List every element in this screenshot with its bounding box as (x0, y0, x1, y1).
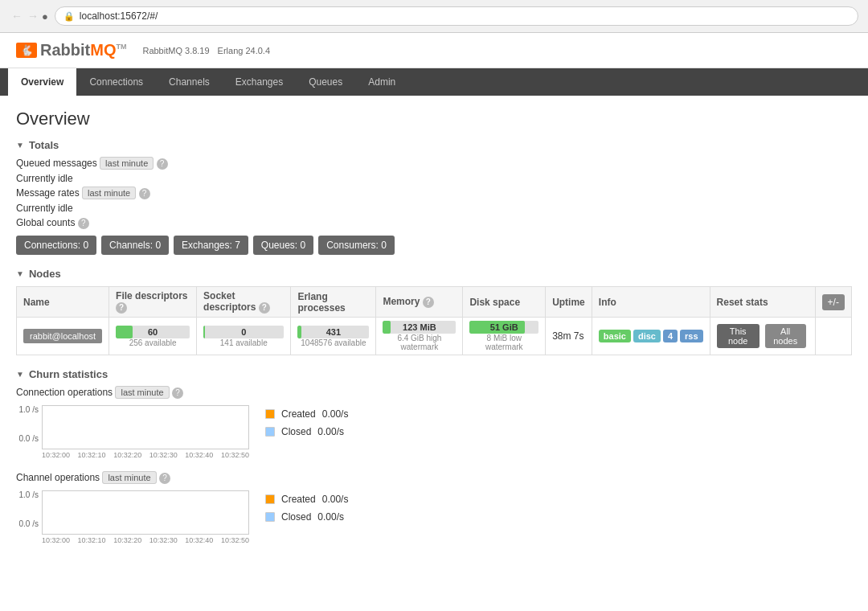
channel-ops-badge[interactable]: last minute (102, 471, 156, 484)
reload-button[interactable]: ● (42, 10, 48, 23)
queued-badge[interactable]: last minute (100, 157, 154, 170)
memory-help[interactable]: ? (423, 297, 434, 308)
exchanges-count[interactable]: Exchanges: 7 (174, 236, 248, 255)
col-disk: Disk space (463, 287, 546, 318)
global-counts-row: Global counts ? (16, 217, 852, 229)
memory-sub: 6.4 GiB high watermark (383, 334, 456, 351)
file-desc-val: 60 (116, 326, 190, 338)
connection-ops-help[interactable]: ? (172, 388, 183, 399)
rabbitmq-version: RabbitMQ 3.8.19 (142, 46, 209, 55)
message-rates-help[interactable]: ? (139, 188, 150, 199)
currently-idle-1-row: Currently idle (16, 173, 852, 184)
channel-chart-area: 1.0 /s 0.0 /s 10:32:00 10:32:10 10:32:20… (16, 490, 249, 544)
churn-title: Churn statistics (29, 368, 108, 380)
socket-desc-sub: 141 available (203, 338, 284, 347)
queued-help[interactable]: ? (157, 158, 168, 170)
info-badges: basic disc 4 rss (599, 330, 703, 342)
connection-ops-badge[interactable]: last minute (115, 386, 169, 399)
this-node-button[interactable]: This node (717, 324, 760, 348)
created-label-2: Created (281, 494, 316, 505)
node-name-cell: rabbit@localhost (17, 318, 109, 355)
erlang-proc-cell: 431 1048576 available (291, 318, 376, 355)
connection-ops-label: Connection operations (16, 387, 113, 398)
message-rates-badge[interactable]: last minute (82, 187, 136, 199)
connection-svg-wrap (42, 405, 249, 449)
col-reset: Reset stats (710, 287, 815, 318)
memory-val: 123 MiB (383, 321, 456, 334)
channel-ops-label: Channel operations (16, 472, 100, 483)
created-box-2 (265, 494, 275, 504)
disk-sub: 8 MiB low watermark (469, 334, 538, 351)
churn-header[interactable]: ▼ Churn statistics (16, 368, 852, 380)
erlang-sub: 1048576 available (297, 338, 369, 347)
main-content: Overview ▼ Totals Queued messages last m… (0, 96, 868, 570)
back-button[interactable]: ← (10, 10, 24, 23)
info-cell: basic disc 4 rss (592, 318, 710, 355)
currently-idle-2: Currently idle (16, 203, 73, 214)
reset-stats-buttons: This node All nodes (717, 324, 809, 348)
tab-overview[interactable]: Overview (8, 68, 76, 96)
consumers-count[interactable]: Consumers: 0 (318, 236, 395, 255)
disk-val: 51 GiB (469, 321, 538, 334)
connection-chart-container: 1.0 /s 0.0 /s 10:32:00 10:32:10 10:32:20… (16, 405, 852, 459)
table-row: rabbit@localhost 60 256 available 0 (17, 318, 852, 355)
all-nodes-button[interactable]: All nodes (765, 324, 806, 348)
socket-desc-help[interactable]: ? (259, 302, 270, 314)
legend-closed-2: Closed 0.00/s (265, 511, 348, 523)
channel-chart-svg (42, 490, 249, 535)
x-label-c2: 10:32:10 (78, 536, 106, 544)
connection-chart-area: 1.0 /s 0.0 /s 10:32:00 10:32:10 10:32:20… (16, 405, 249, 459)
badge-disc[interactable]: disc (633, 330, 661, 342)
churn-section: ▼ Churn statistics Connection operations… (16, 368, 852, 544)
channel-ops-help[interactable]: ? (159, 473, 170, 484)
col-file-desc: File descriptors ? (109, 287, 197, 318)
queues-count[interactable]: Queues: 0 (253, 236, 313, 255)
badge-rss[interactable]: rss (680, 330, 703, 342)
connections-count[interactable]: Connections: 0 (16, 236, 96, 255)
x-label-c6: 10:32:50 (221, 536, 249, 544)
col-erlang-proc: Erlang processes (291, 287, 376, 318)
totals-header[interactable]: ▼ Totals (16, 139, 852, 151)
col-info: Info (592, 287, 710, 318)
channels-count[interactable]: Channels: 0 (101, 236, 169, 255)
badge-num[interactable]: 4 (663, 330, 678, 342)
disk-cell: 51 GiB 8 MiB low watermark (463, 318, 546, 355)
closed-value-1: 0.00/s (317, 426, 344, 437)
tab-channels[interactable]: Channels (156, 68, 223, 96)
tab-queues[interactable]: Queues (296, 68, 355, 96)
logo: 🐇 RabbitMQTM (16, 41, 126, 59)
closed-value-2: 0.00/s (317, 511, 344, 523)
plus-minus-button[interactable]: +/- (822, 294, 845, 310)
global-counts-help[interactable]: ? (78, 218, 89, 229)
x-label-c4: 10:32:30 (149, 536, 178, 544)
currently-idle-1: Currently idle (16, 173, 73, 184)
badge-basic[interactable]: basic (599, 330, 631, 342)
y-min-2: 0.0 /s (16, 519, 39, 528)
count-buttons: Connections: 0 Channels: 0 Exchanges: 7 … (16, 236, 852, 255)
lock-icon: 🔒 (63, 11, 75, 22)
currently-idle-2-row: Currently idle (16, 203, 852, 214)
x-label-4: 10:32:30 (149, 451, 178, 459)
nodes-arrow: ▼ (16, 269, 24, 278)
reset-stats-cell: This node All nodes (710, 318, 815, 355)
file-desc-help[interactable]: ? (116, 302, 127, 314)
forward-button[interactable]: → (26, 10, 40, 23)
tab-connections[interactable]: Connections (76, 68, 156, 96)
socket-desc-val: 0 (203, 326, 284, 338)
created-box-1 (265, 409, 275, 419)
version-info: RabbitMQ 3.8.19 Erlang 24.0.4 (142, 46, 270, 55)
erlang-version: Erlang 24.0.4 (218, 46, 270, 55)
created-label-1: Created (281, 408, 316, 420)
x-label-6: 10:32:50 (221, 451, 249, 459)
tab-exchanges[interactable]: Exchanges (223, 68, 296, 96)
nav-arrows[interactable]: ← → ● (10, 10, 48, 23)
nodes-header[interactable]: ▼ Nodes (16, 268, 852, 280)
y-min-1: 0.0 /s (16, 434, 39, 443)
memory-cell: 123 MiB 6.4 GiB high watermark (376, 318, 463, 355)
legend-created-1: Created 0.00/s (265, 408, 348, 420)
closed-label-2: Closed (281, 511, 311, 523)
tab-admin[interactable]: Admin (355, 68, 408, 96)
connection-legend: Created 0.00/s Closed 0.00/s (265, 405, 348, 437)
nodes-title: Nodes (29, 268, 61, 280)
url-bar[interactable]: 🔒 localhost:15672/#/ (55, 6, 858, 26)
